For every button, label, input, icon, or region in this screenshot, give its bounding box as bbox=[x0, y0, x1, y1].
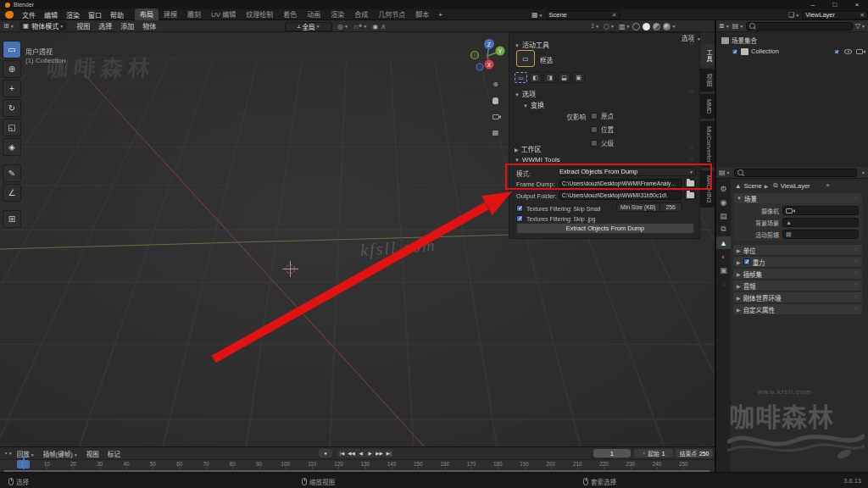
pin-icon[interactable]: ⌖ bbox=[826, 181, 830, 190]
timeline-menu-回放[interactable]: 回放▼ bbox=[13, 449, 39, 458]
shading-solid-icon[interactable] bbox=[643, 23, 650, 30]
properties-tab-world-icon[interactable]: ◐ bbox=[716, 250, 731, 263]
tool-annotate[interactable]: ✎ bbox=[3, 164, 21, 182]
tool-measure[interactable]: ∠ bbox=[3, 184, 21, 202]
workspace-tab-UV 编辑[interactable]: UV 编辑 bbox=[206, 8, 241, 20]
timeline-menu-标记[interactable]: 标记 bbox=[103, 449, 125, 458]
checkbox-父级[interactable] bbox=[591, 140, 598, 147]
maximize-button[interactable]: □ bbox=[824, 0, 846, 9]
extract-objects-button[interactable]: Extract Objects From Dump bbox=[516, 223, 694, 234]
viewport-menu-选择[interactable]: 选择 bbox=[94, 21, 116, 30]
minimize-button[interactable]: – bbox=[802, 0, 824, 9]
min-size-label[interactable]: Min Size (KB) bbox=[616, 202, 660, 212]
active-clip-field[interactable]: ▤ bbox=[782, 230, 859, 239]
shading-wireframe-icon[interactable] bbox=[632, 23, 640, 30]
workspace-tab-建模[interactable]: 建模 bbox=[159, 8, 182, 20]
proportional-falloff-icon[interactable]: ∧ bbox=[381, 23, 386, 30]
close-button[interactable]: × bbox=[846, 0, 868, 9]
camera-view-icon[interactable] bbox=[489, 110, 502, 123]
workspace-tab-渲染[interactable]: 渲染 bbox=[326, 8, 349, 20]
workspace-tab-雕刻[interactable]: 雕刻 bbox=[182, 8, 206, 20]
properties-options-icon[interactable]: ▼ bbox=[861, 170, 865, 175]
breadcrumb-scene[interactable]: Scene bbox=[743, 182, 761, 190]
filter-checkbox[interactable] bbox=[516, 205, 523, 212]
min-size-widget[interactable]: Min Size (KB) 256 bbox=[616, 202, 682, 212]
menu-渲染[interactable]: 渲染 bbox=[62, 10, 84, 19]
viewport-menu-物体[interactable]: 物体 bbox=[138, 21, 160, 30]
viewlayer-selector[interactable]: ViewLayer ✕ bbox=[802, 10, 868, 19]
jump-end-button[interactable]: ▶| bbox=[384, 449, 393, 458]
tool-cursor[interactable]: ⊕ bbox=[3, 60, 21, 78]
timeline-editor-type-icon[interactable]: ◔▼ bbox=[3, 450, 13, 458]
tool-transform[interactable]: ◈ bbox=[3, 138, 21, 156]
xray-toggle-icon[interactable]: ▥▼ bbox=[619, 23, 631, 30]
panel-重力[interactable]: ▶重力∷ bbox=[733, 257, 862, 267]
select-mode-subtract-icon[interactable]: ◨ bbox=[543, 72, 556, 83]
viewlayer-browse-icon[interactable]: ❏▼ bbox=[788, 11, 799, 19]
active-tool-header[interactable]: ▼活动工具 bbox=[515, 40, 549, 49]
perspective-toggle-icon[interactable]: ▦ bbox=[489, 126, 502, 139]
tool-rotate[interactable]: ↻ bbox=[3, 99, 21, 117]
workspace-tab-合成[interactable]: 合成 bbox=[349, 8, 373, 20]
select-mode-new-icon[interactable]: ▭ bbox=[515, 72, 527, 83]
jump-start-button[interactable]: |◀ bbox=[337, 449, 347, 458]
workspace-header[interactable]: ▶工作区 bbox=[515, 144, 542, 153]
workspace-tab-几何节点[interactable]: 几何节点 bbox=[373, 8, 410, 20]
menu-文件[interactable]: 文件 bbox=[18, 10, 40, 19]
panel-音频[interactable]: ▶音频∷ bbox=[733, 280, 862, 291]
panel-自定义属性[interactable]: ▶自定义属性∷ bbox=[733, 304, 862, 314]
sidebar-tab-工具[interactable]: 工具 bbox=[700, 44, 715, 66]
outliner-filter-icon[interactable]: ▽▼ bbox=[855, 22, 865, 30]
transform-subheader[interactable]: ▼变换 bbox=[523, 100, 544, 109]
breadcrumb-viewlayer[interactable]: ViewLayer bbox=[781, 182, 810, 190]
sidebar-tab-MMD[interactable]: MMD bbox=[700, 94, 715, 119]
timeline-menu-插帧(键帧)[interactable]: 插帧(键帧)▼ bbox=[39, 449, 82, 458]
tool-add-cube[interactable]: ⊞ bbox=[3, 210, 21, 228]
scene-unlink-icon[interactable]: ✕ bbox=[612, 12, 617, 19]
scene-collection-row[interactable]: 场景集合 bbox=[721, 36, 757, 45]
pivot-point-icon[interactable]: ◎▼ bbox=[337, 23, 348, 30]
workspace-tab-着色[interactable]: 着色 bbox=[278, 8, 302, 20]
tool-scale[interactable]: ◱ bbox=[3, 119, 21, 136]
zoom-tool-icon[interactable]: ⊕ bbox=[489, 78, 502, 91]
viewport-menu-视图[interactable]: 视图 bbox=[72, 21, 94, 30]
viewport-options-button[interactable]: 选项 ▼ bbox=[682, 33, 701, 42]
play-reverse-button[interactable]: ◀ bbox=[356, 449, 365, 458]
timeline-menu-视图[interactable]: 视图 bbox=[82, 449, 103, 458]
properties-tab-physics-icon[interactable]: ◌ bbox=[716, 277, 731, 290]
mode-dropdown[interactable]: ▣ 物体模式 ▼ bbox=[19, 21, 68, 30]
panel-刚体世界环境[interactable]: ▶刚体世界环境∷ bbox=[733, 292, 862, 302]
hide-eye-icon[interactable] bbox=[844, 49, 852, 54]
workspace-tab-纹理绘制[interactable]: 纹理绘制 bbox=[241, 8, 278, 20]
scene-browse-icon[interactable]: ▦▼ bbox=[531, 11, 543, 19]
properties-tab-tool-icon[interactable]: ⚙ bbox=[716, 182, 731, 195]
prev-keyframe-button[interactable]: ◀◀ bbox=[347, 449, 356, 458]
menu-编辑[interactable]: 编辑 bbox=[40, 10, 62, 19]
shading-material-icon[interactable] bbox=[653, 23, 660, 30]
properties-tab-object-icon[interactable]: ▣ bbox=[716, 263, 731, 276]
checkbox-原点[interactable] bbox=[591, 113, 598, 119]
pan-hand-icon[interactable] bbox=[489, 94, 502, 107]
output-folder-field[interactable]: C:\Users\douzi\Desktop\WWMI\31b50c1d\ bbox=[559, 191, 682, 200]
outliner-editor-type-icon[interactable]: ≣▼ bbox=[719, 22, 730, 30]
properties-search-input[interactable] bbox=[734, 169, 858, 177]
menu-窗口[interactable]: 窗口 bbox=[84, 10, 106, 19]
tool-select-box[interactable]: ▭ bbox=[3, 41, 21, 58]
tool-move[interactable]: + bbox=[3, 80, 21, 97]
options-header[interactable]: ▼选项 bbox=[515, 89, 536, 98]
camera-field[interactable] bbox=[782, 206, 859, 215]
disable-render-icon[interactable] bbox=[856, 49, 863, 54]
add-workspace-button[interactable]: + bbox=[434, 11, 447, 19]
select-mode-extend-icon[interactable]: ◧ bbox=[529, 72, 542, 83]
workspace-tab-动画[interactable]: 动画 bbox=[302, 8, 326, 20]
properties-tab-view-layer-icon[interactable]: ⧉ bbox=[716, 223, 731, 236]
workspace-tab-脚本[interactable]: 脚本 bbox=[410, 8, 434, 20]
select-mode-invert-icon[interactable]: ⬓ bbox=[558, 72, 570, 83]
workspace-tab-布局[interactable]: 布局 bbox=[135, 8, 159, 20]
current-frame-field[interactable]: 1 bbox=[593, 449, 631, 458]
select-mode-intersect-icon[interactable]: ▣ bbox=[572, 72, 585, 83]
navigation-gizmo[interactable]: Z Y X bbox=[468, 37, 507, 76]
properties-tab-render-icon[interactable]: ◉ bbox=[716, 196, 731, 208]
outliner-display-mode-icon[interactable]: ▤▼ bbox=[732, 22, 744, 30]
sidebar-tab-视图[interactable]: 视图 bbox=[700, 69, 715, 91]
